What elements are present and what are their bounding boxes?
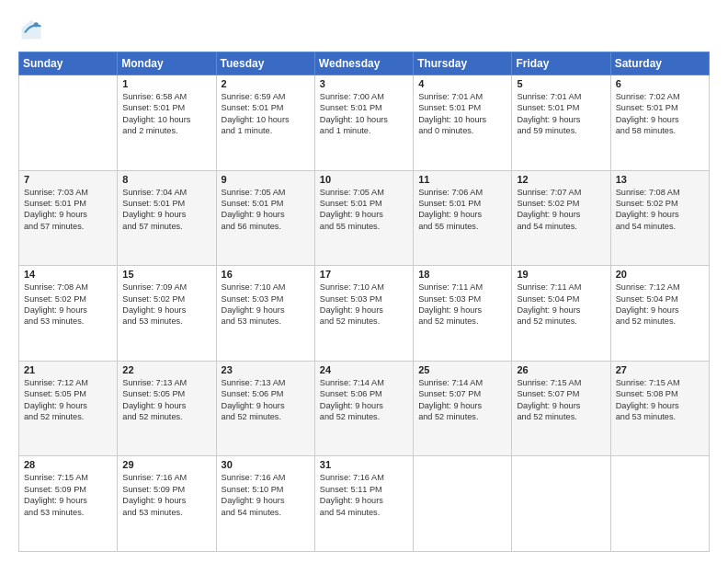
cell-info: Sunrise: 7:16 AMSunset: 5:09 PMDaylight:… (122, 472, 210, 518)
day-number: 19 (517, 269, 605, 280)
cell-info: Sunrise: 7:11 AMSunset: 5:03 PMDaylight:… (418, 282, 506, 327)
cell-info: Sunrise: 7:12 AMSunset: 5:05 PMDaylight:… (24, 377, 112, 423)
cell-info: Sunrise: 7:00 AMSunset: 5:01 PMDaylight:… (320, 91, 408, 137)
col-header-wednesday: Wednesday (314, 52, 413, 75)
col-header-monday: Monday (118, 52, 216, 75)
day-number: 25 (418, 364, 506, 375)
day-number: 18 (418, 269, 506, 280)
logo-icon (18, 17, 44, 42)
calendar-cell (512, 456, 610, 552)
day-number: 1 (122, 78, 210, 89)
calendar-cell: 21Sunrise: 7:12 AMSunset: 5:05 PMDayligh… (19, 361, 118, 456)
day-number: 8 (122, 174, 210, 185)
calendar-cell: 11Sunrise: 7:06 AMSunset: 5:01 PMDayligh… (414, 170, 512, 266)
calendar-cell: 9Sunrise: 7:05 AMSunset: 5:01 PMDaylight… (216, 170, 314, 266)
calendar-cell: 28Sunrise: 7:15 AMSunset: 5:09 PMDayligh… (19, 456, 118, 552)
day-number: 21 (24, 364, 112, 375)
day-number: 28 (24, 459, 112, 470)
day-number: 26 (517, 364, 605, 375)
day-number: 20 (616, 269, 704, 280)
calendar-cell: 27Sunrise: 7:15 AMSunset: 5:08 PMDayligh… (610, 361, 709, 456)
calendar-cell: 14Sunrise: 7:08 AMSunset: 5:02 PMDayligh… (19, 266, 118, 362)
cell-info: Sunrise: 7:03 AMSunset: 5:01 PMDaylight:… (24, 187, 112, 233)
cell-info: Sunrise: 7:14 AMSunset: 5:06 PMDaylight:… (320, 377, 408, 423)
calendar-cell: 3Sunrise: 7:00 AMSunset: 5:01 PMDaylight… (314, 75, 413, 171)
cell-info: Sunrise: 7:14 AMSunset: 5:07 PMDaylight:… (418, 377, 506, 423)
header (18, 17, 710, 42)
calendar-cell: 7Sunrise: 7:03 AMSunset: 5:01 PMDaylight… (19, 170, 118, 266)
calendar-header-row: SundayMondayTuesdayWednesdayThursdayFrid… (19, 52, 710, 75)
day-number: 17 (320, 269, 408, 280)
calendar-cell: 26Sunrise: 7:15 AMSunset: 5:07 PMDayligh… (512, 361, 610, 456)
cell-info: Sunrise: 7:13 AMSunset: 5:06 PMDaylight:… (222, 377, 310, 423)
day-number: 24 (320, 364, 408, 375)
day-number: 11 (418, 174, 506, 185)
day-number: 2 (222, 78, 310, 89)
calendar-table: SundayMondayTuesdayWednesdayThursdayFrid… (18, 52, 710, 552)
svg-marker-1 (22, 20, 41, 40)
calendar-cell: 31Sunrise: 7:16 AMSunset: 5:11 PMDayligh… (314, 456, 413, 552)
cell-info: Sunrise: 7:10 AMSunset: 5:03 PMDaylight:… (320, 282, 408, 327)
calendar-cell: 5Sunrise: 7:01 AMSunset: 5:01 PMDaylight… (512, 75, 610, 171)
day-number: 15 (122, 269, 210, 280)
calendar-cell: 6Sunrise: 7:02 AMSunset: 5:01 PMDaylight… (610, 75, 709, 171)
cell-info: Sunrise: 7:04 AMSunset: 5:01 PMDaylight:… (122, 187, 210, 233)
calendar-cell: 24Sunrise: 7:14 AMSunset: 5:06 PMDayligh… (314, 361, 413, 456)
calendar-cell: 29Sunrise: 7:16 AMSunset: 5:09 PMDayligh… (118, 456, 216, 552)
cell-info: Sunrise: 7:12 AMSunset: 5:04 PMDaylight:… (616, 282, 704, 327)
day-number: 10 (320, 174, 408, 185)
day-number: 29 (122, 459, 210, 470)
calendar-week-row: 1Sunrise: 6:58 AMSunset: 5:01 PMDaylight… (19, 75, 710, 171)
page: SundayMondayTuesdayWednesdayThursdayFrid… (0, 0, 728, 563)
cell-info: Sunrise: 7:16 AMSunset: 5:11 PMDaylight:… (320, 472, 408, 518)
cell-info: Sunrise: 7:13 AMSunset: 5:05 PMDaylight:… (122, 377, 210, 423)
col-header-sunday: Sunday (19, 52, 118, 75)
svg-point-2 (34, 22, 39, 27)
cell-info: Sunrise: 7:02 AMSunset: 5:01 PMDaylight:… (616, 91, 704, 137)
calendar-week-row: 21Sunrise: 7:12 AMSunset: 5:05 PMDayligh… (19, 361, 710, 456)
cell-info: Sunrise: 7:11 AMSunset: 5:04 PMDaylight:… (517, 282, 605, 327)
day-number: 23 (222, 364, 310, 375)
calendar-cell: 2Sunrise: 6:59 AMSunset: 5:01 PMDaylight… (216, 75, 314, 171)
day-number: 27 (616, 364, 704, 375)
calendar-week-row: 14Sunrise: 7:08 AMSunset: 5:02 PMDayligh… (19, 266, 710, 362)
logo (18, 17, 50, 42)
day-number: 13 (616, 174, 704, 185)
col-header-saturday: Saturday (610, 52, 709, 75)
day-number: 22 (122, 364, 210, 375)
calendar-cell: 19Sunrise: 7:11 AMSunset: 5:04 PMDayligh… (512, 266, 610, 362)
day-number: 12 (517, 174, 605, 185)
day-number: 3 (320, 78, 408, 89)
col-header-friday: Friday (512, 52, 610, 75)
day-number: 31 (320, 459, 408, 470)
day-number: 9 (222, 174, 310, 185)
col-header-thursday: Thursday (414, 52, 512, 75)
cell-info: Sunrise: 6:58 AMSunset: 5:01 PMDaylight:… (122, 91, 210, 137)
day-number: 4 (418, 78, 506, 89)
cell-info: Sunrise: 7:06 AMSunset: 5:01 PMDaylight:… (418, 187, 506, 233)
cell-info: Sunrise: 7:05 AMSunset: 5:01 PMDaylight:… (222, 187, 310, 233)
cell-info: Sunrise: 7:10 AMSunset: 5:03 PMDaylight:… (222, 282, 310, 327)
calendar-week-row: 7Sunrise: 7:03 AMSunset: 5:01 PMDaylight… (19, 170, 710, 266)
calendar-cell: 13Sunrise: 7:08 AMSunset: 5:02 PMDayligh… (610, 170, 709, 266)
cell-info: Sunrise: 7:05 AMSunset: 5:01 PMDaylight:… (320, 187, 408, 233)
calendar-cell: 10Sunrise: 7:05 AMSunset: 5:01 PMDayligh… (314, 170, 413, 266)
day-number: 7 (24, 174, 112, 185)
cell-info: Sunrise: 7:09 AMSunset: 5:02 PMDaylight:… (122, 282, 210, 327)
cell-info: Sunrise: 7:08 AMSunset: 5:02 PMDaylight:… (616, 187, 704, 233)
day-number: 6 (616, 78, 704, 89)
cell-info: Sunrise: 7:08 AMSunset: 5:02 PMDaylight:… (24, 282, 112, 327)
cell-info: Sunrise: 7:15 AMSunset: 5:07 PMDaylight:… (517, 377, 605, 423)
calendar-week-row: 28Sunrise: 7:15 AMSunset: 5:09 PMDayligh… (19, 456, 710, 552)
calendar-cell: 12Sunrise: 7:07 AMSunset: 5:02 PMDayligh… (512, 170, 610, 266)
day-number: 16 (222, 269, 310, 280)
calendar-cell: 23Sunrise: 7:13 AMSunset: 5:06 PMDayligh… (216, 361, 314, 456)
calendar-cell: 4Sunrise: 7:01 AMSunset: 5:01 PMDaylight… (414, 75, 512, 171)
calendar-cell: 16Sunrise: 7:10 AMSunset: 5:03 PMDayligh… (216, 266, 314, 362)
cell-info: Sunrise: 7:15 AMSunset: 5:08 PMDaylight:… (616, 377, 704, 423)
calendar-cell: 8Sunrise: 7:04 AMSunset: 5:01 PMDaylight… (118, 170, 216, 266)
calendar-cell: 1Sunrise: 6:58 AMSunset: 5:01 PMDaylight… (118, 75, 216, 171)
day-number: 14 (24, 269, 112, 280)
cell-info: Sunrise: 7:07 AMSunset: 5:02 PMDaylight:… (517, 187, 605, 233)
calendar-cell (610, 456, 709, 552)
